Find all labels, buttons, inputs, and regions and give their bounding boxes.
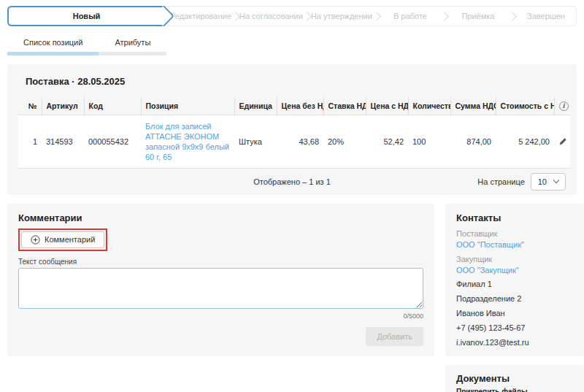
pencil-icon[interactable] <box>558 137 568 145</box>
supplier-link[interactable]: ООО "Поставщик" <box>456 240 573 249</box>
col-header-article: Артикул <box>42 97 84 115</box>
char-counter: 0/5000 <box>18 312 423 320</box>
col-header-price-with-vat: Цена с НДС <box>366 97 408 115</box>
contact-phone: +7 (495) 123-45-67 <box>456 323 573 333</box>
contact-division: Подразделение 2 <box>456 293 573 304</box>
add-submit-button[interactable]: Добавить <box>366 327 423 346</box>
stepper-step-in-progress[interactable]: В работе <box>380 7 440 26</box>
chevron-right-icon <box>231 12 240 21</box>
per-page-label: На странице <box>477 177 524 186</box>
cell-code: 000055432 <box>84 115 141 168</box>
col-header-quantity: Количество <box>408 97 450 115</box>
col-header-price-no-vat: Цена без НДС <box>277 97 323 115</box>
tab-bar: Список позиций Атрибуты <box>7 34 577 55</box>
cell-price-no-vat: 43,68 <box>277 115 323 168</box>
pagination: Отображено – 1 из 1 На странице 10 <box>18 169 566 195</box>
stepper-step-editing[interactable]: Редактирование <box>170 7 231 26</box>
col-header-num: № <box>18 97 42 115</box>
cell-position: Блок для записей ATTACHE ЭКОНОМ запасной… <box>141 115 234 168</box>
chevron-right-icon <box>507 12 517 21</box>
col-header-info: i <box>554 97 570 115</box>
documents-title: Документы <box>456 373 573 384</box>
col-header-unit: Единица <box>234 97 277 115</box>
contact-branch: Филиал 1 <box>456 279 573 289</box>
chevron-down-icon <box>553 177 559 183</box>
cell-quantity: 100 <box>408 115 450 168</box>
supplier-label: Поставщик <box>456 229 573 238</box>
col-header-vat-rate: Ставка НДС <box>323 97 366 115</box>
stepper-step-new[interactable]: Новый <box>7 6 164 26</box>
contact-email: i.ivanov.123@test.ru <box>456 337 573 347</box>
stepper-step-confirmation[interactable]: На утверждении <box>311 7 372 26</box>
buyer-label: Закупщик <box>456 255 573 264</box>
comments-card: Комментарии Комментарий Текст сообщения … <box>7 204 434 357</box>
stepper-step-acceptance[interactable]: Приёмка <box>448 7 508 26</box>
col-header-position: Позиция <box>141 97 234 115</box>
chevron-right-icon <box>372 12 381 21</box>
documents-card: Документы Прикрепить файлы Размер файла … <box>445 365 584 392</box>
per-page-select[interactable]: 10 <box>531 173 566 191</box>
annotation-highlight-box: Комментарий <box>18 228 107 252</box>
cell-unit: Штука <box>234 115 277 168</box>
delivery-title: Поставка · 28.05.2025 <box>18 76 566 87</box>
stepper-step-approval[interactable]: На согласовании <box>239 7 303 26</box>
chevron-right-icon <box>439 12 449 21</box>
cell-price-with-vat: 52,42 <box>366 115 408 168</box>
message-text-label: Текст сообщения <box>18 258 423 266</box>
table-header-row: № Артикул Код Позиция Единица Цена без Н… <box>18 97 570 115</box>
col-header-vat-sum: Сумма НДС <box>450 97 496 115</box>
comments-title: Комментарии <box>18 212 423 223</box>
tab-attributes[interactable]: Атрибуты <box>99 34 166 55</box>
position-link[interactable]: Блок для записей ATTACHE ЭКОНОМ запасной… <box>145 121 230 162</box>
cell-vat-sum: 874,00 <box>450 115 496 168</box>
positions-table: № Артикул Код Позиция Единица Цена без Н… <box>18 97 570 169</box>
comment-textarea[interactable] <box>18 268 423 309</box>
contact-person: Иванов Иван <box>456 308 573 318</box>
col-header-cost-with-vat: Стоимость с НДС <box>496 97 554 115</box>
chevron-right-icon <box>302 12 312 21</box>
table-row: 1 314593 000055432 Блок для записей ATTA… <box>18 115 570 168</box>
stepper-step-finished[interactable]: Завершен <box>516 7 576 26</box>
col-header-code: Код <box>84 97 141 115</box>
add-comment-label: Комментарий <box>45 235 95 244</box>
add-comment-button[interactable]: Комментарий <box>21 231 104 249</box>
plus-circle-icon <box>31 235 40 245</box>
workflow-stepper: Новый Редактирование На согласовании На … <box>7 6 577 26</box>
cell-num: 1 <box>18 115 42 168</box>
cell-cost-with-vat: 5 242,00 <box>496 115 554 168</box>
delivery-card: Поставка · 28.05.2025 № Артикул Код Пози… <box>7 64 577 195</box>
cell-edit <box>554 115 570 168</box>
info-icon[interactable]: i <box>559 101 569 111</box>
per-page-value: 10 <box>538 177 547 186</box>
tab-position-list[interactable]: Список позиций <box>7 34 99 55</box>
cell-article: 314593 <box>42 115 84 168</box>
attach-files-label: Прикрепить файлы <box>456 388 573 392</box>
buyer-link[interactable]: ООО "Закупщик" <box>456 266 573 274</box>
contacts-title: Контакты <box>456 212 573 223</box>
cell-vat-rate: 20% <box>323 115 366 168</box>
contacts-card: Контакты Поставщик ООО "Поставщик" Закуп… <box>445 204 584 356</box>
